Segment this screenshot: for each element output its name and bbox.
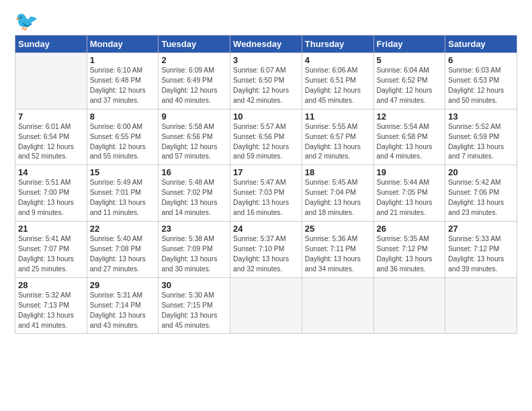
- calendar-cell-w2-d2: 8Sunrise: 6:00 AM Sunset: 6:55 PM Daylig…: [87, 109, 159, 165]
- day-detail: Sunrise: 5:48 AM Sunset: 7:02 PM Dayligh…: [161, 178, 227, 218]
- day-detail: Sunrise: 6:01 AM Sunset: 6:54 PM Dayligh…: [18, 122, 84, 163]
- calendar-cell-w3-d2: 15Sunrise: 5:49 AM Sunset: 7:01 PM Dayli…: [87, 165, 159, 222]
- day-detail: Sunrise: 5:33 AM Sunset: 7:12 PM Dayligh…: [448, 234, 514, 275]
- day-detail: Sunrise: 5:47 AM Sunset: 7:03 PM Dayligh…: [233, 178, 299, 218]
- calendar-cell-w2-d7: 13Sunrise: 5:52 AM Sunset: 6:59 PM Dayli…: [445, 109, 517, 165]
- calendar-cell-w1-d3: 2Sunrise: 6:09 AM Sunset: 6:49 PM Daylig…: [159, 53, 230, 109]
- day-detail: Sunrise: 5:52 AM Sunset: 6:59 PM Dayligh…: [448, 122, 514, 163]
- day-number: 6: [448, 55, 514, 65]
- day-number: 20: [448, 167, 514, 177]
- weekday-header-thursday: Thursday: [302, 36, 373, 53]
- day-detail: Sunrise: 5:44 AM Sunset: 7:05 PM Dayligh…: [377, 178, 443, 218]
- day-number: 29: [90, 280, 156, 290]
- weekday-header-saturday: Saturday: [445, 36, 517, 53]
- day-number: 14: [18, 167, 84, 177]
- day-number: 12: [377, 111, 443, 122]
- calendar-cell-w1-d4: 3Sunrise: 6:07 AM Sunset: 6:50 PM Daylig…: [230, 53, 302, 109]
- weekday-header-tuesday: Tuesday: [159, 36, 230, 53]
- day-number: 1: [90, 55, 156, 65]
- calendar-cell-w2-d4: 10Sunrise: 5:57 AM Sunset: 6:56 PM Dayli…: [230, 109, 302, 165]
- day-detail: Sunrise: 5:30 AM Sunset: 7:15 PM Dayligh…: [161, 291, 227, 331]
- week-row-1: 1Sunrise: 6:10 AM Sunset: 6:48 PM Daylig…: [15, 53, 517, 109]
- day-detail: Sunrise: 6:06 AM Sunset: 6:51 PM Dayligh…: [305, 66, 371, 106]
- day-detail: Sunrise: 5:32 AM Sunset: 7:13 PM Dayligh…: [18, 291, 84, 331]
- calendar-cell-w4-d1: 21Sunrise: 5:41 AM Sunset: 7:07 PM Dayli…: [15, 222, 87, 278]
- day-detail: Sunrise: 6:09 AM Sunset: 6:49 PM Dayligh…: [161, 66, 227, 106]
- calendar-cell-w5-d5: [302, 277, 373, 334]
- day-detail: Sunrise: 6:04 AM Sunset: 6:52 PM Dayligh…: [377, 66, 443, 106]
- calendar-cell-w2-d6: 12Sunrise: 5:54 AM Sunset: 6:58 PM Dayli…: [373, 109, 445, 165]
- calendar-cell-w3-d7: 20Sunrise: 5:42 AM Sunset: 7:06 PM Dayli…: [445, 165, 517, 222]
- day-detail: Sunrise: 5:40 AM Sunset: 7:08 PM Dayligh…: [90, 234, 156, 275]
- calendar-cell-w4-d6: 26Sunrise: 5:35 AM Sunset: 7:12 PM Dayli…: [373, 222, 445, 278]
- day-detail: Sunrise: 5:38 AM Sunset: 7:09 PM Dayligh…: [161, 234, 227, 275]
- calendar-table: SundayMondayTuesdayWednesdayThursdayFrid…: [15, 35, 517, 334]
- day-number: 24: [233, 224, 299, 234]
- day-detail: Sunrise: 5:41 AM Sunset: 7:07 PM Dayligh…: [18, 234, 84, 275]
- calendar-cell-w5-d2: 29Sunrise: 5:31 AM Sunset: 7:14 PM Dayli…: [87, 277, 159, 334]
- day-number: 27: [448, 224, 514, 234]
- day-number: 16: [161, 167, 227, 177]
- calendar-cell-w3-d6: 19Sunrise: 5:44 AM Sunset: 7:05 PM Dayli…: [373, 165, 445, 222]
- day-detail: Sunrise: 5:31 AM Sunset: 7:14 PM Dayligh…: [90, 291, 156, 331]
- day-detail: Sunrise: 5:35 AM Sunset: 7:12 PM Dayligh…: [377, 234, 443, 275]
- calendar-cell-w1-d7: 6Sunrise: 6:03 AM Sunset: 6:53 PM Daylig…: [445, 53, 517, 109]
- day-number: 19: [377, 167, 443, 177]
- day-number: 3: [233, 55, 299, 65]
- day-number: 9: [161, 111, 227, 122]
- calendar-cell-w3-d3: 16Sunrise: 5:48 AM Sunset: 7:02 PM Dayli…: [159, 165, 230, 222]
- day-number: 17: [233, 167, 299, 177]
- calendar-cell-w5-d1: 28Sunrise: 5:32 AM Sunset: 7:13 PM Dayli…: [15, 277, 87, 334]
- day-number: 7: [18, 111, 84, 122]
- day-detail: Sunrise: 6:00 AM Sunset: 6:55 PM Dayligh…: [90, 122, 156, 163]
- day-detail: Sunrise: 5:57 AM Sunset: 6:56 PM Dayligh…: [233, 122, 299, 163]
- calendar-cell-w1-d5: 4Sunrise: 6:06 AM Sunset: 6:51 PM Daylig…: [302, 53, 373, 109]
- day-number: 22: [90, 224, 156, 234]
- calendar-cell-w4-d4: 24Sunrise: 5:37 AM Sunset: 7:10 PM Dayli…: [230, 222, 302, 278]
- day-detail: Sunrise: 5:37 AM Sunset: 7:10 PM Dayligh…: [233, 234, 299, 275]
- weekday-header-monday: Monday: [87, 36, 159, 53]
- calendar-cell-w2-d1: 7Sunrise: 6:01 AM Sunset: 6:54 PM Daylig…: [15, 109, 87, 165]
- day-detail: Sunrise: 5:49 AM Sunset: 7:01 PM Dayligh…: [90, 178, 156, 218]
- day-number: 28: [18, 280, 84, 290]
- day-number: 25: [305, 224, 371, 234]
- logo-bird-icon: 🐦: [15, 12, 38, 31]
- day-detail: Sunrise: 5:45 AM Sunset: 7:04 PM Dayligh…: [305, 178, 371, 218]
- calendar-cell-w3-d4: 17Sunrise: 5:47 AM Sunset: 7:03 PM Dayli…: [230, 165, 302, 222]
- week-row-5: 28Sunrise: 5:32 AM Sunset: 7:13 PM Dayli…: [15, 277, 517, 334]
- day-number: 18: [305, 167, 371, 177]
- calendar-cell-w5-d7: [445, 277, 517, 334]
- day-number: 4: [305, 55, 371, 65]
- weekday-header-wednesday: Wednesday: [230, 36, 302, 53]
- calendar-cell-w4-d2: 22Sunrise: 5:40 AM Sunset: 7:08 PM Dayli…: [87, 222, 159, 278]
- day-detail: Sunrise: 6:10 AM Sunset: 6:48 PM Dayligh…: [90, 66, 156, 106]
- day-number: 10: [233, 111, 299, 122]
- calendar-cell-w4-d3: 23Sunrise: 5:38 AM Sunset: 7:09 PM Dayli…: [159, 222, 230, 278]
- day-number: 5: [377, 55, 443, 65]
- day-number: 21: [18, 224, 84, 234]
- weekday-header-row: SundayMondayTuesdayWednesdayThursdayFrid…: [15, 36, 517, 53]
- calendar-cell-w4-d7: 27Sunrise: 5:33 AM Sunset: 7:12 PM Dayli…: [445, 222, 517, 278]
- week-row-4: 21Sunrise: 5:41 AM Sunset: 7:07 PM Dayli…: [15, 222, 517, 278]
- week-row-3: 14Sunrise: 5:51 AM Sunset: 7:00 PM Dayli…: [15, 165, 517, 222]
- day-detail: Sunrise: 6:03 AM Sunset: 6:53 PM Dayligh…: [448, 66, 514, 106]
- calendar-cell-w3-d1: 14Sunrise: 5:51 AM Sunset: 7:00 PM Dayli…: [15, 165, 87, 222]
- day-number: 8: [90, 111, 156, 122]
- day-detail: Sunrise: 6:07 AM Sunset: 6:50 PM Dayligh…: [233, 66, 299, 106]
- page-container: 🐦 SundayMondayTuesdayWednesdayThursdayFr…: [0, 0, 532, 346]
- day-detail: Sunrise: 5:36 AM Sunset: 7:11 PM Dayligh…: [305, 234, 371, 275]
- day-number: 11: [305, 111, 371, 122]
- calendar-cell-w5-d3: 30Sunrise: 5:30 AM Sunset: 7:15 PM Dayli…: [159, 277, 230, 334]
- day-number: 13: [448, 111, 514, 122]
- calendar-cell-w4-d5: 25Sunrise: 5:36 AM Sunset: 7:11 PM Dayli…: [302, 222, 373, 278]
- calendar-cell-w1-d2: 1Sunrise: 6:10 AM Sunset: 6:48 PM Daylig…: [87, 53, 159, 109]
- weekday-header-friday: Friday: [373, 36, 445, 53]
- day-number: 2: [161, 55, 227, 65]
- calendar-cell-w5-d6: [373, 277, 445, 334]
- calendar-cell-w1-d1: [15, 53, 87, 109]
- day-number: 23: [161, 224, 227, 234]
- calendar-cell-w1-d6: 5Sunrise: 6:04 AM Sunset: 6:52 PM Daylig…: [373, 53, 445, 109]
- day-number: 26: [377, 224, 443, 234]
- calendar-cell-w5-d4: [230, 277, 302, 334]
- header: 🐦: [15, 12, 517, 31]
